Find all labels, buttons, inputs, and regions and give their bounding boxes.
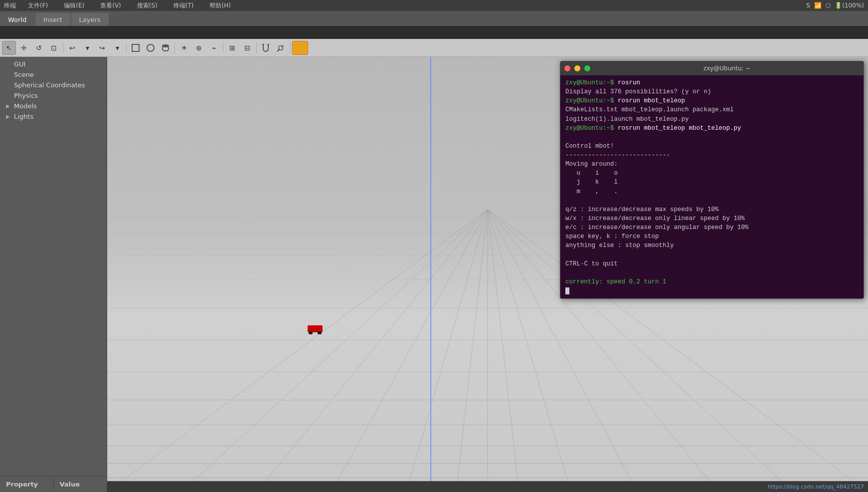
move-tool-button[interactable]: ✛ [17,41,31,55]
tree-item-physics[interactable]: Physics [0,90,107,101]
term-line-21: CTRL-C to quit [565,259,859,268]
separator-3 [174,42,175,53]
prop-header: Property Value [0,478,107,491]
term-line-3: zxy@Ubuntu:~$ rosrun mbot_teleop [565,96,859,105]
tree-item-models[interactable]: ▶ Models [0,101,107,111]
blue-axis-line [430,57,431,492]
terminal-close-button[interactable] [564,65,570,71]
cylinder-tool-button[interactable] [159,41,173,55]
light-tool-button[interactable]: ☀ [177,41,191,55]
scale-tool-button[interactable]: ⊡ [47,41,61,55]
svg-line-24 [406,209,488,492]
tab-insert[interactable]: Insert [35,13,70,26]
svg-point-1 [147,44,154,51]
app-name: 终端 [4,1,16,10]
terminal-window[interactable]: zxy@Ubuntu: ~ zxy@Ubuntu:~$ rosrun Displ… [560,61,864,299]
main-layout: GUI Scene Spherical Coordinates Physics … [0,57,868,492]
terminal-title: zxy@Ubuntu: ~ [594,65,860,72]
robot-wheel-left [309,331,313,334]
svg-line-28 [488,209,571,492]
svg-rect-7 [297,44,304,51]
bluetooth-icon: ⬡ [826,2,831,9]
menu-search[interactable]: 搜索(S) [133,0,162,11]
term-line-4: CMakeLists.txt mbot_teleop.launch packag… [565,105,859,114]
term-line-2: Display all 376 possibilities? (y or n) [565,87,859,96]
terminal-titlebar: zxy@Ubuntu: ~ [560,61,864,75]
term-line-12: j k l [565,178,859,187]
term-line-17: e/c : increase/decrease only angular spe… [565,223,859,232]
tree-item-gui[interactable]: GUI [0,59,107,69]
system-bar: 终端 文件(F) 编辑(E) 查看(V) 搜索(S) 终端(T) 帮助(H) S… [0,0,868,11]
menu-view[interactable]: 查看(V) [96,0,125,11]
tree-item-scene[interactable]: Scene [0,69,107,80]
snap-tool-button[interactable]: ⊟ [240,41,254,55]
viewport[interactable]: zxy@Ubuntu: ~ zxy@Ubuntu:~$ rosrun Displ… [107,57,868,492]
term-line-15: q/z : increase/decrease max speeds by 10… [565,205,859,214]
term-line-16: w/x : increase/decrease only linear spee… [565,214,859,223]
link-button[interactable] [274,41,288,55]
terminal-maximize-button[interactable] [584,65,590,71]
menu-edit[interactable]: 编辑(E) [60,0,88,11]
separator-6 [290,42,290,53]
skype-icon: S [806,2,810,9]
status-bar: https://blog.csdn.net/qq_48427527 [107,481,868,492]
robot-wheel-right [318,331,322,334]
svg-line-27 [488,209,519,492]
terminal-minimize-button[interactable] [574,65,580,71]
separator-1 [63,42,63,53]
undo-button[interactable]: ↩ [65,41,79,55]
rotate-tool-button[interactable]: ↺ [32,41,46,55]
tree-arrow-models: ▶ [6,103,12,109]
menu-terminal[interactable]: 终端(T) [170,0,198,11]
svg-line-25 [456,209,488,492]
term-line-5: logitech(1).launch mbot_teleop.py [565,115,859,124]
terminal-content[interactable]: zxy@Ubuntu:~$ rosrun Display all 376 pos… [560,75,864,298]
term-line-8: Control mbot! [565,142,859,151]
term-line-20 [565,250,859,259]
property-col-header: Property [0,478,54,491]
redo-dropdown[interactable]: ▾ [110,41,124,55]
tab-layers[interactable]: Layers [71,13,109,26]
status-link[interactable]: https://blog.csdn.net/qq_48427527 [768,484,864,490]
magnet-button[interactable] [259,41,273,55]
term-line-18: space key, k : force stop [565,232,859,241]
separator-5 [256,42,257,53]
value-col-header: Value [54,478,107,491]
term-line-1: zxy@Ubuntu:~$ rosrun [565,78,859,87]
properties-panel: Property Value [0,476,107,492]
redo-button[interactable]: ↪ [95,41,109,55]
term-line-23: currently: speed 0.2 turn 1 [565,277,859,286]
separator-4 [223,42,223,53]
term-line-11: u i o [565,169,859,178]
robot-model [305,325,325,335]
term-line-14 [565,196,859,205]
select-tool-button[interactable]: ↖ [2,41,16,55]
tabs-bar: World Insert Layers [0,11,868,26]
menu-help[interactable]: 帮助(H) [205,0,234,11]
term-line-7 [565,133,859,142]
term-line-19: anything else : stop smoothly [565,241,859,250]
separator-2 [126,42,127,53]
orange-tool-button[interactable] [292,41,308,55]
tree-item-spherical-coords[interactable]: Spherical Coordinates [0,80,107,90]
term-line-13: m , . [565,187,859,196]
tab-world[interactable]: World [0,13,34,26]
align-tool-button[interactable]: ⊞ [225,41,239,55]
undo-dropdown[interactable]: ▾ [80,41,94,55]
plane-tool-button[interactable]: ⌁ [207,41,221,55]
box-tool-button[interactable] [129,41,143,55]
toolbar: ↖ ✛ ↺ ⊡ ↩ ▾ ↪ ▾ ☀ ⊛ ⌁ ⊞ ⊟ [0,39,868,57]
tree-arrow-lights: ▶ [6,114,12,119]
menu-file[interactable]: 文件(F) [24,0,52,11]
system-tray: S 📶 ⬡ 🔋(100%) [806,2,864,9]
term-line-9: ---------------------------- [565,151,859,160]
world-tree: GUI Scene Spherical Coordinates Physics … [0,57,107,476]
battery-icon: 🔋(100%) [835,2,864,9]
svg-line-23 [332,209,488,492]
tree-item-lights[interactable]: ▶ Lights [0,111,107,122]
term-line-22 [565,268,859,277]
term-line-6: zxy@Ubuntu:~$ rosrun mbot_teleop mbot_te… [565,124,859,133]
wifi-icon: 📶 [814,2,822,9]
mesh-tool-button[interactable]: ⊛ [192,41,206,55]
sphere-tool-button[interactable] [144,41,158,55]
